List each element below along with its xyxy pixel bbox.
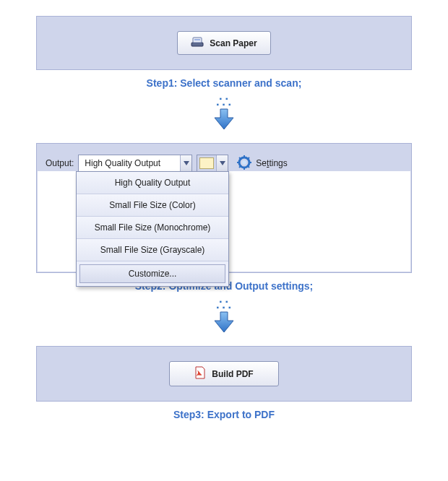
build-pdf-label: Build PDF xyxy=(212,369,253,379)
output-option[interactable]: Small File Size (Monochrome) xyxy=(77,217,228,239)
scan-paper-label: Scan Paper xyxy=(210,38,257,48)
step1-panel: Scan Paper xyxy=(36,16,412,70)
chevron-down-icon xyxy=(180,155,191,171)
step2-panel: Output: High Quality Output xyxy=(36,143,412,273)
step3-panel: Build PDF xyxy=(36,346,412,402)
output-select[interactable]: High Quality Output xyxy=(78,155,192,172)
settings-label: Settings xyxy=(256,158,287,168)
chevron-down-icon xyxy=(216,155,228,171)
background-color-picker[interactable] xyxy=(197,155,228,172)
arrow-1: ▪ ▪▪ ▪ ▪ xyxy=(14,96,434,134)
svg-rect-0 xyxy=(191,43,203,46)
gear-icon xyxy=(237,155,251,172)
arrow-2: ▪ ▪▪ ▪ ▪ xyxy=(14,299,434,337)
output-label: Output: xyxy=(46,158,74,168)
output-option[interactable]: Small File Size (Color) xyxy=(77,194,228,217)
svg-rect-2 xyxy=(194,39,200,40)
output-dropdown: High Quality Output Small File Size (Col… xyxy=(76,171,229,287)
step1-caption: Step1: Select scanner and scan; xyxy=(14,77,434,89)
settings-button[interactable]: Settings xyxy=(233,154,291,173)
scan-paper-button[interactable]: Scan Paper xyxy=(177,31,270,55)
output-option-customize[interactable]: Customize... xyxy=(79,264,225,283)
output-option[interactable]: High Quality Output xyxy=(77,172,228,194)
pdf-icon xyxy=(194,366,206,381)
output-select-value: High Quality Output xyxy=(79,155,180,171)
output-option[interactable]: Small File Size (Grayscale) xyxy=(77,239,228,261)
color-swatch xyxy=(199,157,214,169)
scanner-icon xyxy=(191,36,204,50)
svg-point-12 xyxy=(242,160,246,165)
step3-caption: Step3: Export to PDF xyxy=(14,409,434,420)
build-pdf-button[interactable]: Build PDF xyxy=(169,361,278,386)
